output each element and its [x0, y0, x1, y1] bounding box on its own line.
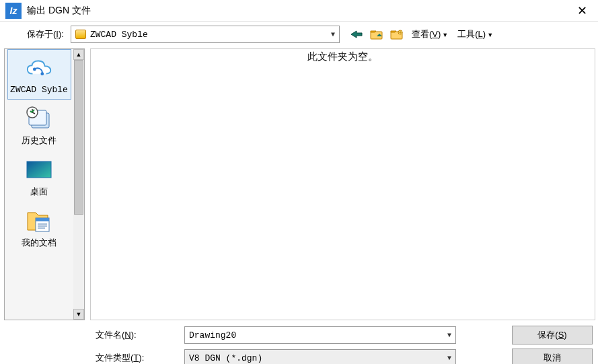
folder-icon — [75, 30, 86, 39]
scroll-thumb[interactable] — [74, 60, 83, 215]
close-button[interactable]: ✕ — [571, 0, 593, 22]
sidebar-item-label: 桌面 — [30, 186, 48, 198]
view-label: 查看(V) — [412, 29, 441, 39]
save-button[interactable]: 保存(S) — [512, 326, 593, 344]
sidebar-item-label: 我的文档 — [22, 237, 57, 249]
title-bar: Iz 输出 DGN 文件 ✕ — [0, 0, 598, 22]
footer: 文件名(N): Drawing20 ▼ 保存(S) 文件类型(T): V8 DG… — [0, 322, 598, 364]
sidebar-item-history[interactable]: 历史文件 — [7, 100, 71, 151]
view-menu[interactable]: 查看(V)▼ — [410, 28, 450, 40]
filetype-value: V8 DGN (*.dgn) — [189, 353, 262, 363]
sidebar-item-label: ZWCAD Syble — [10, 85, 68, 95]
tools-label: 工具(L) — [457, 29, 486, 39]
up-folder-button[interactable] — [369, 28, 384, 41]
arrow-left-icon — [350, 30, 363, 39]
chevron-down-icon: ▼ — [447, 332, 451, 339]
empty-folder-text: 此文件夹为空。 — [307, 50, 378, 320]
chevron-down-icon: ▼ — [487, 32, 493, 38]
scroll-down-icon[interactable]: ▼ — [73, 309, 84, 320]
chevron-down-icon: ▼ — [442, 32, 448, 38]
file-list[interactable]: 此文件夹为空。 — [90, 48, 595, 320]
chevron-down-icon: ▼ — [447, 355, 451, 362]
window-title: 输出 DGN 文件 — [27, 5, 571, 17]
back-button[interactable] — [349, 28, 364, 41]
cloud-sync-icon — [25, 57, 53, 81]
documents-icon — [25, 209, 53, 233]
scroll-track[interactable] — [73, 60, 84, 309]
places-sidebar: ZWCAD Syble 历史文件 — [5, 49, 73, 320]
cancel-label: 取消 — [544, 352, 561, 364]
savein-label: 保存于(I): — [27, 28, 64, 40]
sidebar-item-desktop[interactable]: 桌面 — [7, 151, 71, 202]
toolbar-icons: 查看(V)▼ 工具(L)▼ — [349, 28, 495, 41]
sidebar-item-label: 历史文件 — [22, 135, 57, 147]
filetype-label: 文件类型(T): — [96, 352, 176, 364]
svg-rect-10 — [36, 218, 49, 221]
places-sidebar-container: ZWCAD Syble 历史文件 — [4, 48, 85, 320]
toolbar: 保存于(I): ZWCAD Syble ▼ 查 — [0, 22, 598, 47]
filename-input[interactable]: Drawing20 ▼ — [184, 326, 456, 344]
svg-rect-8 — [27, 161, 51, 178]
chevron-down-icon: ▼ — [331, 31, 335, 38]
sidebar-scrollbar[interactable]: ▲ ▼ — [73, 49, 84, 320]
sidebar-item-documents[interactable]: 我的文档 — [7, 202, 71, 253]
scroll-up-icon[interactable]: ▲ — [73, 49, 84, 60]
location-dropdown[interactable]: ZWCAD Syble ▼ — [71, 26, 340, 43]
close-icon: ✕ — [577, 3, 587, 18]
sidebar-item-zwcad-syble[interactable]: ZWCAD Syble — [7, 49, 71, 100]
tools-menu[interactable]: 工具(L)▼ — [455, 28, 495, 40]
folder-new-icon — [390, 29, 404, 40]
desktop-icon — [25, 157, 53, 182]
filename-value: Drawing20 — [189, 330, 236, 340]
filename-label: 文件名(N): — [96, 329, 176, 341]
new-folder-button[interactable] — [389, 28, 404, 41]
filetype-dropdown[interactable]: V8 DGN (*.dgn) ▼ — [184, 349, 456, 364]
save-label: 保存(S) — [537, 329, 566, 341]
folder-up-icon — [370, 29, 383, 40]
history-icon — [25, 106, 53, 131]
cancel-button[interactable]: 取消 — [512, 349, 593, 364]
app-logo-icon: Iz — [5, 3, 22, 19]
location-text: ZWCAD Syble — [90, 30, 148, 40]
